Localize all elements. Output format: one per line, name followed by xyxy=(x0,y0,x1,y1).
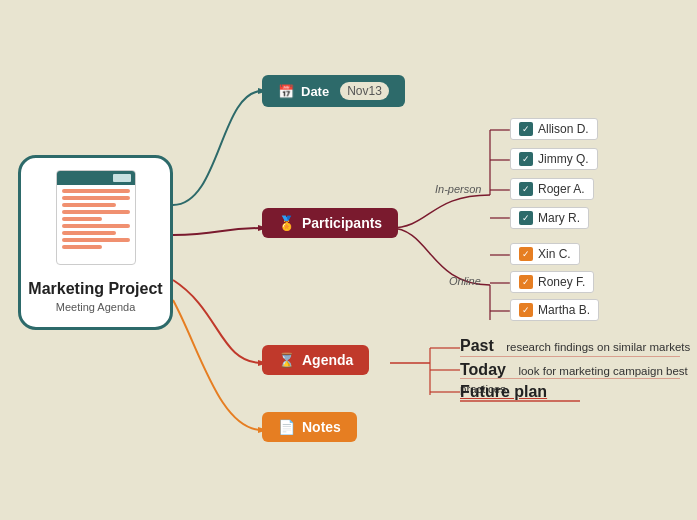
checkbox-icon-orange: ✓ xyxy=(519,303,533,317)
participant-name: Allison D. xyxy=(538,122,589,136)
participants-label: Participants xyxy=(302,215,382,231)
participant-xin: ✓ Xin C. xyxy=(510,243,580,265)
agenda-line-3 xyxy=(460,400,580,402)
doc-header-rect xyxy=(113,174,131,182)
agenda-line-1 xyxy=(460,356,680,357)
doc-line xyxy=(62,196,130,200)
participant-name: Mary R. xyxy=(538,211,580,225)
online-label: Online xyxy=(449,275,481,287)
date-label: Date xyxy=(301,84,329,99)
central-title: Marketing Project xyxy=(28,279,162,298)
agenda-line-2 xyxy=(460,378,680,379)
doc-header xyxy=(57,171,135,185)
agenda-past-label: Past xyxy=(460,337,494,354)
checkbox-icon: ✓ xyxy=(519,122,533,136)
participant-name: Xin C. xyxy=(538,247,571,261)
participant-roger: ✓ Roger A. xyxy=(510,178,594,200)
participant-name: Martha B. xyxy=(538,303,590,317)
central-node: Marketing Project Meeting Agenda xyxy=(18,155,173,330)
doc-line xyxy=(62,224,130,228)
central-doc-preview xyxy=(56,170,136,265)
participant-name: Jimmy Q. xyxy=(538,152,589,166)
checkbox-icon: ✓ xyxy=(519,211,533,225)
checkbox-icon: ✓ xyxy=(519,152,533,166)
participant-allison: ✓ Allison D. xyxy=(510,118,598,140)
date-node[interactable]: 📅 Date Nov13 xyxy=(262,75,405,107)
doc-line xyxy=(62,238,130,242)
doc-line xyxy=(62,231,116,235)
participant-roney: ✓ Roney F. xyxy=(510,271,594,293)
doc-line xyxy=(62,203,116,207)
agenda-past-row: Past research findings on similar market… xyxy=(460,337,690,355)
doc-line xyxy=(62,189,130,193)
notes-icon: 📄 xyxy=(278,419,295,435)
agenda-icon: ⌛ xyxy=(278,352,295,368)
participant-jimmy: ✓ Jimmy Q. xyxy=(510,148,598,170)
checkbox-icon: ✓ xyxy=(519,182,533,196)
checkbox-icon-orange: ✓ xyxy=(519,275,533,289)
notes-label: Notes xyxy=(302,419,341,435)
agenda-future-label: Future plan xyxy=(460,383,547,400)
participant-name: Roney F. xyxy=(538,275,585,289)
agenda-node[interactable]: ⌛ Agenda xyxy=(262,345,369,375)
date-value: Nov13 xyxy=(340,82,389,100)
participant-name: Roger A. xyxy=(538,182,585,196)
agenda-past-text: research findings on similar markets xyxy=(506,341,690,353)
agenda-today-label: Today xyxy=(460,361,506,378)
participant-martha: ✓ Martha B. xyxy=(510,299,599,321)
central-subtitle: Meeting Agenda xyxy=(56,301,136,313)
participants-node[interactable]: 🏅 Participants xyxy=(262,208,398,238)
notes-node[interactable]: 📄 Notes xyxy=(262,412,357,442)
doc-lines xyxy=(57,185,135,253)
date-icon: 📅 xyxy=(278,84,294,99)
inperson-label: In-person xyxy=(435,183,481,195)
doc-line xyxy=(62,210,130,214)
doc-line xyxy=(62,245,103,249)
checkbox-icon-orange: ✓ xyxy=(519,247,533,261)
doc-line xyxy=(62,217,103,221)
agenda-future-row: Future plan xyxy=(460,383,547,401)
participants-icon: 🏅 xyxy=(278,215,295,231)
agenda-label: Agenda xyxy=(302,352,353,368)
participant-mary: ✓ Mary R. xyxy=(510,207,589,229)
